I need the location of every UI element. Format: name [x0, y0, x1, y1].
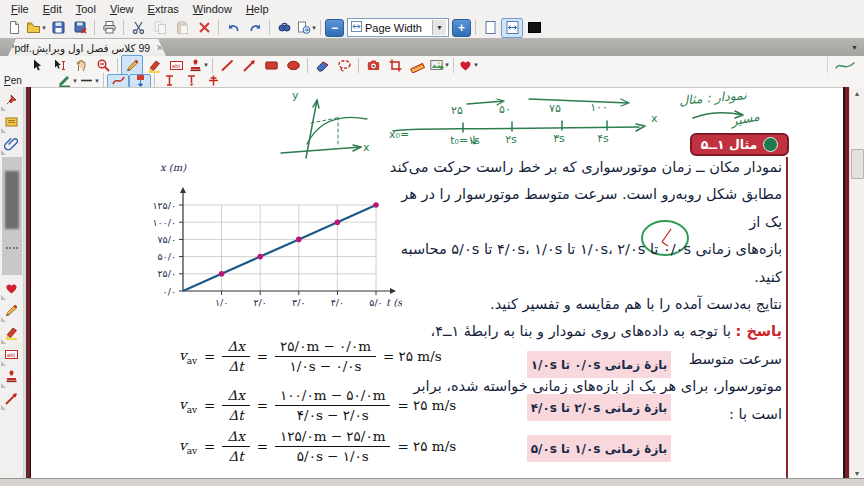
stamp-button[interactable]: ▾	[187, 55, 209, 75]
menu-window[interactable]: Window	[186, 2, 239, 16]
svg-text:t (s): t (s)	[386, 297, 402, 308]
select-button[interactable]	[26, 55, 48, 75]
scrollbar-thumb[interactable]	[851, 149, 864, 179]
menu-edit[interactable]: Edit	[36, 2, 69, 16]
menu-help[interactable]: Help	[239, 2, 276, 16]
save-button[interactable]	[47, 18, 69, 38]
svg-text:x (m): x (m)	[160, 162, 187, 173]
equation-row: vav= ΔxΔt= ۲۵/۰m − ۰/۰m۱/۰s − ۰/۰s = ۲۵ …	[179, 338, 442, 375]
sidebar-stamp-icon[interactable]	[2, 367, 21, 386]
svg-text:۲۵/۰: ۲۵/۰	[157, 268, 176, 279]
eraser-button[interactable]	[311, 55, 333, 75]
text-insert-button[interactable]	[158, 74, 180, 88]
menu-tool[interactable]: Tool	[69, 2, 103, 16]
zoom-combo-arrow[interactable]: ▼	[432, 20, 446, 35]
open-button[interactable]: ▾	[25, 18, 47, 38]
print-button[interactable]	[98, 18, 120, 38]
snapshot-button[interactable]	[362, 55, 384, 75]
sidebar-arrow-icon[interactable]	[2, 389, 21, 408]
rectangle-button[interactable]	[260, 55, 282, 75]
highlighter-button[interactable]	[143, 55, 165, 75]
example-vertical-rule	[786, 157, 788, 479]
line-style-button[interactable]: ▾	[78, 74, 100, 88]
zoom-in-button[interactable]: +	[452, 19, 471, 37]
pen-options-toolbar: Pen ▾▾	[0, 74, 864, 88]
typewriter-button[interactable]: ab|	[165, 55, 187, 75]
interval-box: بازهٔ زمانی ۱/۰s تا ۵/۰s	[527, 435, 671, 462]
hw-nl-top-label: ۷۵	[549, 102, 561, 115]
sidebar-pen-icon[interactable]	[2, 301, 21, 320]
equation-row: vav= ΔxΔt= ۱۰۰/۰m − ۵۰/۰m۴/۰s − ۲/۰s = ۲…	[179, 387, 456, 424]
zoom-level-combo[interactable]: Page Width ▼	[347, 18, 449, 37]
hw-numberline-end-label: x	[651, 112, 658, 125]
svg-text:۵/۰: ۵/۰	[369, 297, 382, 308]
ellipse-button[interactable]	[282, 55, 304, 75]
fit-page-button[interactable]	[479, 18, 501, 38]
cut-button[interactable]	[127, 18, 149, 38]
hw-sketch-y-label: y	[292, 89, 299, 102]
hand-button[interactable]	[70, 55, 92, 75]
lasso-button[interactable]	[333, 55, 355, 75]
zoom-out-button[interactable]: −	[325, 19, 344, 37]
paste-button[interactable]	[171, 18, 193, 38]
redo-button[interactable]	[244, 18, 266, 38]
save-all-button[interactable]	[69, 18, 91, 38]
problem-line: نتایج به‌دست آمده را با هم مقایسه و تفسی…	[386, 291, 782, 318]
sidebar-favorites-icon[interactable]	[2, 279, 21, 298]
sidebar-attachment-icon[interactable]	[2, 134, 21, 153]
delete-button[interactable]	[193, 18, 215, 38]
arrow-button[interactable]	[238, 55, 260, 75]
crop-button[interactable]	[384, 55, 406, 75]
line-button[interactable]	[216, 55, 238, 75]
hw-nl-top-label: ۵۰	[499, 103, 511, 116]
favorites-button[interactable]: ▾	[457, 55, 479, 75]
text-strikeout-button[interactable]	[202, 74, 224, 88]
sidebar-notes-icon[interactable]	[2, 112, 21, 131]
measure-button[interactable]	[406, 55, 428, 75]
hw-nl-top-label: ۲۵	[451, 104, 463, 117]
problem-line: مطابق شکل روبه‌رو است. سرعت متوسط موتورس…	[386, 181, 782, 236]
pen-color-button[interactable]: ▾	[56, 74, 78, 88]
vertical-scrollbar[interactable]: ▲ ▼	[849, 87, 864, 479]
badge-label: مثال ۱ــ۵	[701, 137, 758, 152]
svg-text:۰/۰: ۰/۰	[163, 286, 176, 297]
scroll-up-icon[interactable]: ▲	[851, 87, 863, 99]
menu-file[interactable]: File	[4, 2, 36, 16]
hw-numberline-origin-label: x₀=	[389, 128, 409, 141]
search-button[interactable]	[273, 18, 295, 38]
document-tab-title: 99 کلاس فصل اول ویرایش.pdf*	[10, 42, 150, 54]
menu-extras[interactable]: Extras	[141, 2, 186, 16]
pin-note-button[interactable]	[129, 74, 151, 88]
pen-style-preview[interactable]	[827, 57, 862, 73]
page-thumbnail[interactable]	[2, 157, 22, 275]
text-callout-button[interactable]	[180, 74, 202, 88]
document-tab[interactable]: 99 کلاس فصل اول ویرایش.pdf* ✕	[8, 39, 166, 56]
problem-line: نمودار مکان ــ زمان موتورسواری که بر خط …	[386, 154, 782, 181]
example-badge: مثال ۱ــ۵	[690, 133, 789, 156]
svg-text:۲/۰: ۲/۰	[253, 297, 266, 308]
copy-button[interactable]	[149, 18, 171, 38]
sidebar-pin-icon[interactable]	[2, 90, 21, 109]
tab-close-icon[interactable]: ✕	[156, 43, 164, 53]
smooth-curve-button[interactable]	[107, 74, 129, 88]
pen-button[interactable]	[121, 55, 143, 75]
position-time-chart: ۰/۰۲۵/۰۵۰/۰۷۵/۰۱۰۰/۰۱۲۵/۰۱/۰۲/۰۳/۰۴/۰۵/۰…	[136, 158, 402, 318]
add-image-button[interactable]: ▾	[428, 55, 450, 75]
zoom-tool-button[interactable]	[92, 55, 114, 75]
interval-box: بازهٔ زمانی ۲/۰s تا ۴/۰s	[527, 394, 671, 421]
tab-bar: 99 کلاس فصل اول ویرایش.pdf* ✕ ▼	[0, 38, 864, 56]
sidebar-typewriter-icon[interactable]: ab|	[2, 345, 21, 364]
fit-width-button[interactable]	[501, 18, 523, 38]
new-document-button[interactable]	[3, 18, 25, 38]
export-button[interactable]: ▾	[295, 18, 317, 38]
svg-text:ab|: ab|	[171, 62, 180, 68]
select-text-button[interactable]	[48, 55, 70, 75]
tab-list-dropdown-icon[interactable]: ▼	[848, 41, 861, 53]
fullscreen-button[interactable]	[523, 18, 545, 38]
menu-view[interactable]: View	[103, 2, 141, 16]
sidebar-highlighter-icon[interactable]	[2, 323, 21, 342]
undo-button[interactable]	[222, 18, 244, 38]
status-bar	[0, 478, 864, 486]
hw-nl-bottom-label: ۴s	[597, 132, 609, 145]
equation-row: vav= ΔxΔt= ۱۲۵/۰m − ۲۵/۰m۵/۰s − ۱/۰s = ۲…	[179, 428, 456, 465]
